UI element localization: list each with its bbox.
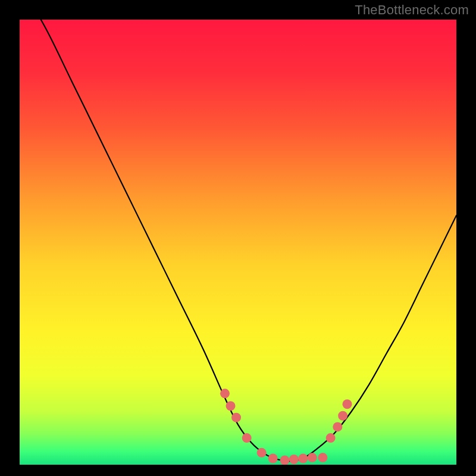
marker-dot	[242, 433, 252, 443]
plot-area	[20, 20, 456, 465]
marker-dot	[231, 413, 241, 422]
marker-dot	[280, 456, 290, 465]
marker-dot	[298, 454, 308, 464]
watermark-text: TheBottleneck.com	[355, 2, 469, 18]
marker-dot	[289, 455, 299, 464]
marker-dot	[343, 399, 352, 409]
marker-dot	[333, 422, 342, 431]
marker-dot	[226, 401, 236, 411]
chart-svg	[20, 20, 456, 465]
gradient-background	[20, 20, 456, 465]
marker-dot	[326, 433, 336, 443]
marker-dot	[318, 453, 327, 462]
marker-dot	[308, 453, 317, 462]
chart-frame: TheBottleneck.com	[0, 0, 476, 476]
marker-dot	[268, 454, 278, 464]
marker-dot	[257, 448, 267, 458]
marker-dot	[338, 411, 347, 421]
marker-dot	[220, 389, 230, 398]
